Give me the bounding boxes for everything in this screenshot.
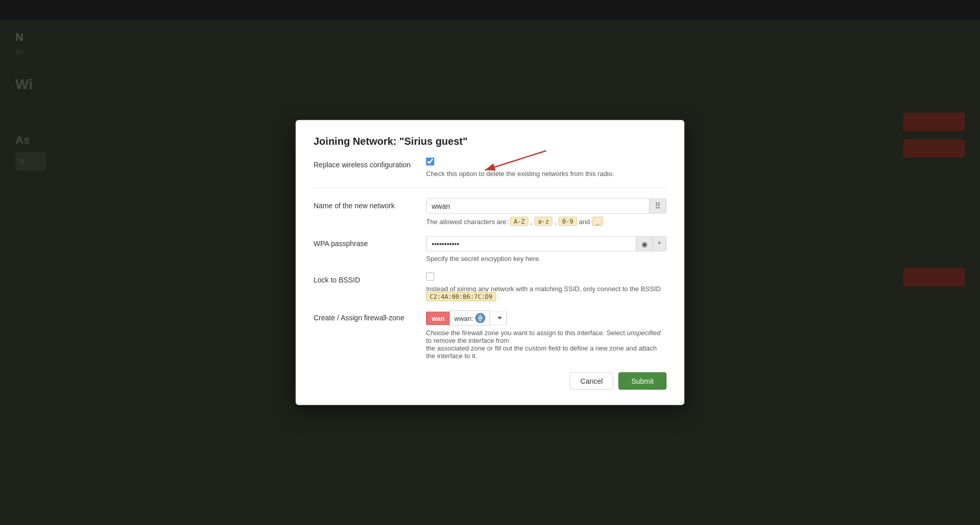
zone-wwan-network-icon <box>477 315 484 322</box>
wpa-help: Specify the secret encryption key here. <box>426 255 666 262</box>
firewall-help-2: to remove the interface from <box>426 337 509 344</box>
replace-wireless-control: Check this option to delete the existing… <box>426 158 666 178</box>
lock-bssid-label: Lock to BSSID <box>314 273 426 284</box>
firewall-zone-selector: wan wwan: <box>426 311 666 326</box>
wpa-input-group: ◉ * <box>426 236 666 252</box>
modal-dialog: Joining Network: "Sirius guest" Replace … <box>296 120 684 405</box>
firewall-zone-label: Create / Assign firewall-zone <box>314 311 426 322</box>
char-comma-2: , <box>554 217 556 225</box>
network-name-control: ⠿ The allowed characters are: A-Z , a-z … <box>426 199 666 226</box>
lock-bssid-help-prefix: Instead of joining any network with a ma… <box>426 285 661 293</box>
zone-wwan-icon <box>475 313 485 323</box>
char-badge-az-upper: A-Z <box>510 217 528 226</box>
firewall-help-italic: unspecified <box>627 329 660 337</box>
replace-wireless-checkbox-row <box>426 158 666 166</box>
cancel-button[interactable]: Cancel <box>570 373 614 390</box>
char-badge-az-lower: a-z <box>534 217 553 226</box>
divider-1 <box>314 188 666 188</box>
wpa-star-btn[interactable]: * <box>653 237 666 251</box>
bssid-code: C2:4A:00:B6:7C:D9 <box>426 292 496 301</box>
firewall-help-italic2: custom <box>525 344 547 352</box>
zone-select[interactable] <box>490 311 507 325</box>
firewall-help-1: Choose the firewall zone you want to ass… <box>426 329 625 337</box>
lock-bssid-help: Instead of joining any network with a ma… <box>426 285 666 300</box>
network-name-input[interactable] <box>427 199 649 213</box>
firewall-zone-help: Choose the firewall zone you want to ass… <box>426 329 666 360</box>
lock-bssid-row: Lock to BSSID Instead of joining any net… <box>314 273 666 300</box>
network-name-input-group: ⠿ <box>426 199 666 214</box>
wpa-label: WPA passphrase <box>314 236 426 248</box>
modal-title: Joining Network: "Sirius guest" <box>314 136 666 147</box>
network-name-row: Name of the new network ⠿ The allowed ch… <box>314 199 666 226</box>
firewall-zone-control: wan wwan: Cho <box>426 311 666 360</box>
char-badge-09: 0-9 <box>559 217 577 226</box>
char-and: and <box>579 217 590 225</box>
network-name-browse-btn[interactable]: ⠿ <box>649 199 666 213</box>
wpa-input[interactable] <box>427 237 636 251</box>
modal-footer: Cancel Submit <box>314 373 666 390</box>
firewall-zone-row: Create / Assign firewall-zone wan wwan: <box>314 311 666 360</box>
firewall-help-3: the associated zone or fill out the <box>426 344 523 352</box>
lock-bssid-checkbox[interactable] <box>426 273 434 281</box>
lock-bssid-help-suffix: . <box>498 293 500 300</box>
replace-wireless-checkbox[interactable] <box>426 158 434 166</box>
lock-bssid-control: Instead of joining any network with a ma… <box>426 273 666 300</box>
network-name-label: Name of the new network <box>314 199 426 210</box>
zone-wwan-text: wwan: <box>454 314 473 322</box>
allowed-chars-hint: The allowed characters are: A-Z , a-z , … <box>426 217 666 226</box>
zone-wwan-part: wwan: <box>450 311 490 326</box>
allowed-chars-prefix: The allowed characters are: <box>426 217 508 225</box>
replace-wireless-help: Check this option to delete the existing… <box>426 170 666 178</box>
wpa-row: WPA passphrase ◉ * Specify the secret en… <box>314 236 666 262</box>
submit-button[interactable]: Submit <box>618 373 666 390</box>
replace-wireless-label: Replace wireless configuration <box>314 158 426 169</box>
lock-bssid-checkbox-row <box>426 273 666 281</box>
replace-wireless-row: Replace wireless configuration Check thi… <box>314 158 666 178</box>
zone-wan-badge: wan <box>426 311 450 325</box>
wpa-reveal-btn[interactable]: ◉ <box>636 237 653 251</box>
wpa-control: ◉ * Specify the secret encryption key he… <box>426 236 666 262</box>
char-comma-1: , <box>530 217 532 225</box>
char-badge-underscore: _ <box>592 217 603 226</box>
